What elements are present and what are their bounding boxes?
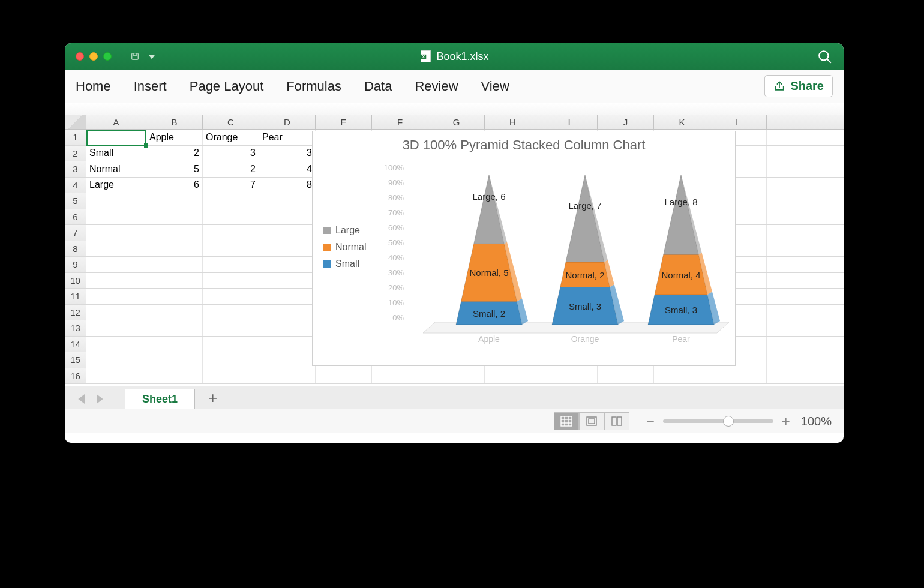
row-header[interactable]: 5 xyxy=(65,193,86,209)
col-header-d[interactable]: D xyxy=(259,115,316,129)
col-header-c[interactable]: C xyxy=(203,115,259,129)
row-header[interactable]: 4 xyxy=(65,178,86,193)
cell-c2[interactable]: 3 xyxy=(203,146,259,161)
minimize-window-button[interactable] xyxy=(89,52,98,61)
row-header[interactable]: 9 xyxy=(65,257,86,272)
cell-a14[interactable] xyxy=(86,337,146,352)
cell-a13[interactable] xyxy=(86,320,146,336)
row-header[interactable]: 16 xyxy=(65,368,86,384)
tab-insert[interactable]: Insert xyxy=(134,79,167,94)
cell-b13[interactable] xyxy=(146,320,203,336)
cell-d1[interactable]: Pear xyxy=(259,130,316,145)
cell-b11[interactable] xyxy=(146,289,203,304)
cell-d15[interactable] xyxy=(259,352,316,368)
row-header[interactable]: 6 xyxy=(65,209,86,225)
col-header-h[interactable]: H xyxy=(485,115,541,129)
cell-a1[interactable] xyxy=(86,130,146,145)
cell-d2[interactable]: 3 xyxy=(259,146,316,161)
cell-d9[interactable] xyxy=(259,257,316,272)
zoom-window-button[interactable] xyxy=(103,52,112,61)
row-header[interactable]: 7 xyxy=(65,225,86,241)
cell-b15[interactable] xyxy=(146,352,203,368)
qat-dropdown-icon[interactable] xyxy=(146,52,157,61)
cell-d8[interactable] xyxy=(259,241,316,257)
select-all-corner[interactable] xyxy=(65,115,86,129)
prev-sheet-icon[interactable] xyxy=(78,394,86,404)
cell-d14[interactable] xyxy=(259,337,316,352)
zoom-level[interactable]: 100% xyxy=(801,415,832,428)
cell-a7[interactable] xyxy=(86,225,146,241)
cell-d16[interactable] xyxy=(259,368,316,384)
cell-b12[interactable] xyxy=(146,305,203,320)
cell-d3[interactable]: 4 xyxy=(259,161,316,177)
row-header[interactable]: 3 xyxy=(65,161,86,177)
cell-a3[interactable]: Normal xyxy=(86,161,146,177)
cell-c11[interactable] xyxy=(203,289,259,304)
cell-d4[interactable]: 8 xyxy=(259,178,316,193)
cell-c1[interactable]: Orange xyxy=(203,130,259,145)
cell-b2[interactable]: 2 xyxy=(146,146,203,161)
row-header[interactable]: 11 xyxy=(65,289,86,304)
cell-d11[interactable] xyxy=(259,289,316,304)
next-sheet-icon[interactable] xyxy=(95,394,103,404)
cell-i16[interactable] xyxy=(541,368,598,384)
search-icon[interactable] xyxy=(817,49,833,65)
zoom-thumb[interactable] xyxy=(723,416,734,427)
col-header-j[interactable]: J xyxy=(598,115,654,129)
row-header[interactable]: 14 xyxy=(65,337,86,352)
cell-c12[interactable] xyxy=(203,305,259,320)
zoom-slider[interactable] xyxy=(663,419,773,423)
cell-c5[interactable] xyxy=(203,193,259,209)
cell-a9[interactable] xyxy=(86,257,146,272)
worksheet-grid[interactable]: A B C D E F G H I J K L 1AppleOrangePear… xyxy=(65,115,844,386)
cell-l16[interactable] xyxy=(710,368,767,384)
col-header-e[interactable]: E xyxy=(316,115,372,129)
cell-b6[interactable] xyxy=(146,209,203,225)
cell-d5[interactable] xyxy=(259,193,316,209)
row-header[interactable]: 15 xyxy=(65,352,86,368)
tab-data[interactable]: Data xyxy=(364,79,392,94)
cell-b5[interactable] xyxy=(146,193,203,209)
save-icon[interactable] xyxy=(130,52,140,61)
fill-handle[interactable] xyxy=(144,143,148,148)
row-header[interactable]: 2 xyxy=(65,146,86,161)
cell-b4[interactable]: 6 xyxy=(146,178,203,193)
cell-h16[interactable] xyxy=(485,368,541,384)
cell-d7[interactable] xyxy=(259,225,316,241)
cell-a15[interactable] xyxy=(86,352,146,368)
cell-a12[interactable] xyxy=(86,305,146,320)
cell-b14[interactable] xyxy=(146,337,203,352)
cell-c14[interactable] xyxy=(203,337,259,352)
col-header-a[interactable]: A xyxy=(86,115,146,129)
cell-a4[interactable]: Large xyxy=(86,178,146,193)
share-button[interactable]: Share xyxy=(764,75,833,97)
cell-c6[interactable] xyxy=(203,209,259,225)
cell-j16[interactable] xyxy=(598,368,654,384)
cell-c9[interactable] xyxy=(203,257,259,272)
cell-c10[interactable] xyxy=(203,273,259,289)
cell-d6[interactable] xyxy=(259,209,316,225)
close-window-button[interactable] xyxy=(76,52,84,61)
col-header-l[interactable]: L xyxy=(710,115,767,129)
cell-k16[interactable] xyxy=(654,368,710,384)
cell-f16[interactable] xyxy=(372,368,428,384)
cell-b3[interactable]: 5 xyxy=(146,161,203,177)
cell-c4[interactable]: 7 xyxy=(203,178,259,193)
tab-home[interactable]: Home xyxy=(76,79,111,94)
cell-g16[interactable] xyxy=(428,368,485,384)
cell-a11[interactable] xyxy=(86,289,146,304)
col-header-i[interactable]: I xyxy=(541,115,598,129)
cell-a16[interactable] xyxy=(86,368,146,384)
cell-c3[interactable]: 2 xyxy=(203,161,259,177)
cell-d13[interactable] xyxy=(259,320,316,336)
embedded-chart[interactable]: 3D 100% Pyramid Stacked Column Chart Lar… xyxy=(312,131,736,366)
page-layout-view-button[interactable] xyxy=(579,412,604,430)
cell-c7[interactable] xyxy=(203,225,259,241)
cell-b9[interactable] xyxy=(146,257,203,272)
page-break-view-button[interactable] xyxy=(604,412,629,430)
cell-b7[interactable] xyxy=(146,225,203,241)
cell-b10[interactable] xyxy=(146,273,203,289)
cell-a8[interactable] xyxy=(86,241,146,257)
row-header[interactable]: 10 xyxy=(65,273,86,289)
col-header-f[interactable]: F xyxy=(372,115,428,129)
